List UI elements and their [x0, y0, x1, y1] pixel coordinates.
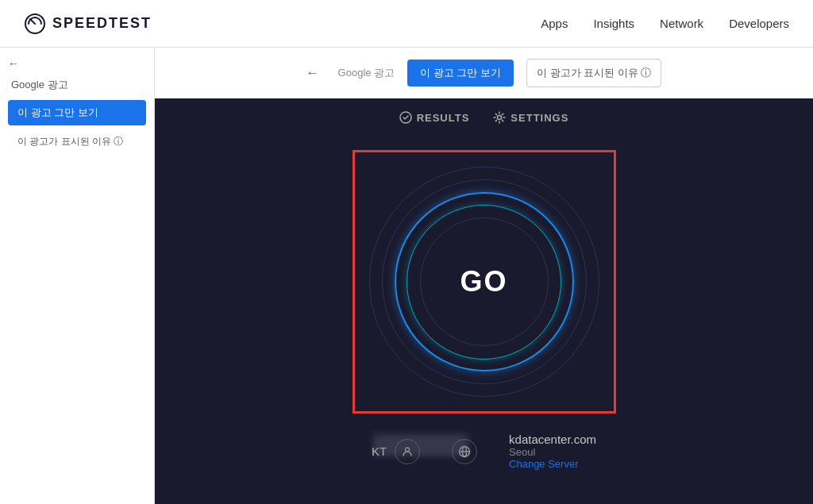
nav-insights[interactable]: Insights [593, 17, 634, 30]
server-details: kdatacenter.com Seoul Change Server [509, 433, 596, 470]
ad-back-arrow-icon[interactable]: ← [306, 66, 319, 80]
content-area: ← Google 광고 이 광고 그만 보기 이 광고가 표시된 이유 ⓘ ← … [0, 48, 813, 504]
logo-text: SPEEDTEST [52, 15, 152, 32]
go-button-red-border: GO [353, 150, 616, 414]
settings-label: SETTINGS [511, 112, 568, 124]
go-circle[interactable]: GO [369, 167, 599, 397]
speedtest-logo-icon [24, 13, 46, 35]
ad-banner-label: Google 광고 [338, 66, 395, 80]
sidebar-stop-ad-button[interactable]: 이 광고 그만 보기 [8, 100, 146, 125]
results-tab[interactable]: RESULTS [399, 111, 470, 124]
settings-tab[interactable]: SETTINGS [493, 111, 568, 124]
sidebar-ad-reason-button[interactable]: 이 광고가 표시된 이유 ⓘ [8, 130, 146, 153]
logo-area: SPEEDTEST [24, 13, 152, 35]
server-city: Seoul [509, 446, 596, 458]
check-circle-icon [399, 111, 412, 124]
speedtest-container: GO KT [155, 132, 813, 504]
go-inner-button[interactable]: GO [437, 234, 532, 329]
sidebar-back-arrow[interactable]: ← [8, 57, 146, 70]
ad-reason-label: 이 광고가 표시된 이유 ⓘ [537, 66, 651, 80]
ad-banner: ← Google 광고 이 광고 그만 보기 이 광고가 표시된 이유 ⓘ [155, 48, 813, 98]
toolbar: RESULTS SETTINGS [399, 98, 569, 132]
nav-network[interactable]: Network [660, 17, 703, 30]
blurred-content [373, 434, 468, 456]
ad-reason-button[interactable]: 이 광고가 표시된 이유 ⓘ [526, 59, 661, 87]
main-nav: Apps Insights Network Developers [541, 17, 789, 30]
results-label: RESULTS [417, 112, 470, 124]
svg-point-2 [498, 116, 502, 120]
sidebar-ad-label: Google 광고 [8, 78, 146, 92]
change-server-link[interactable]: Change Server [509, 458, 596, 470]
go-text: GO [460, 265, 507, 298]
main-panel: ← Google 광고 이 광고 그만 보기 이 광고가 표시된 이유 ⓘ RE… [155, 48, 813, 504]
sidebar: ← Google 광고 이 광고 그만 보기 이 광고가 표시된 이유 ⓘ [0, 48, 155, 504]
header: SPEEDTEST Apps Insights Network Develope… [0, 0, 813, 48]
nav-developers[interactable]: Developers [729, 17, 789, 30]
ad-stop-button[interactable]: 이 광고 그만 보기 [407, 60, 514, 87]
server-domain: kdatacenter.com [509, 433, 596, 446]
back-arrow-icon: ← [8, 57, 19, 70]
nav-apps[interactable]: Apps [541, 17, 568, 30]
gear-icon [493, 111, 506, 124]
